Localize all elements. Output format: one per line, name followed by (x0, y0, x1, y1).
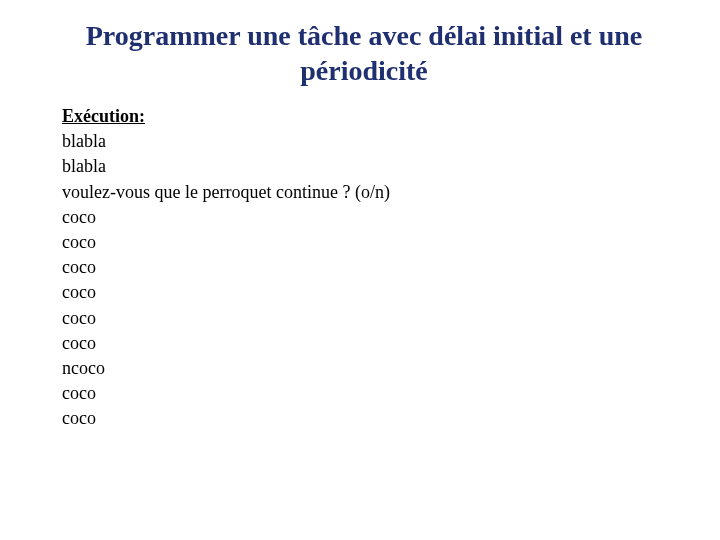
section-header: Exécution: (62, 104, 720, 129)
slide-title: Programmer une tâche avec délai initial … (0, 18, 720, 88)
output-line: coco (62, 280, 720, 305)
output-line: coco (62, 406, 720, 431)
output-line: coco (62, 255, 720, 280)
output-line: coco (62, 230, 720, 255)
output-line: coco (62, 331, 720, 356)
output-line: blabla (62, 129, 720, 154)
output-line: coco (62, 205, 720, 230)
output-line: voulez-vous que le perroquet continue ? … (62, 180, 720, 205)
output-line: ncoco (62, 356, 720, 381)
output-line: blabla (62, 154, 720, 179)
output-line: coco (62, 306, 720, 331)
execution-output: Exécution: blabla blabla voulez-vous que… (0, 104, 720, 431)
output-line: coco (62, 381, 720, 406)
